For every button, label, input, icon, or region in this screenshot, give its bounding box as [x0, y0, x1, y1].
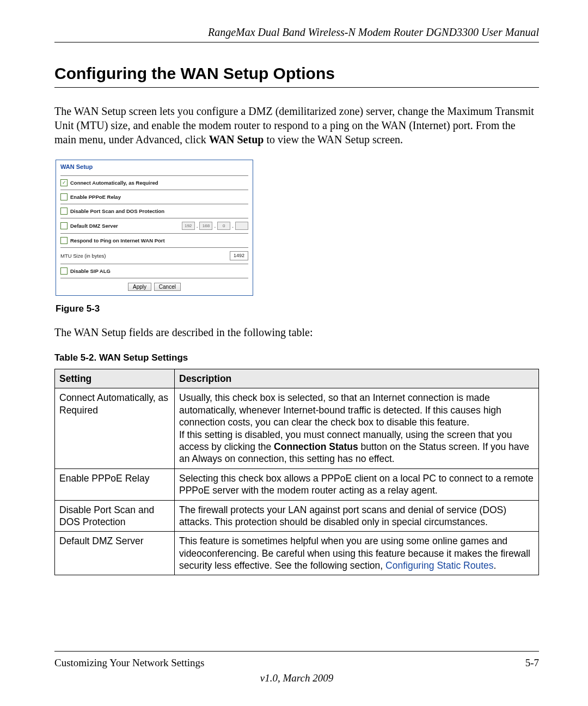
wan-setup-panel: WAN Setup ✓ Connect Automatically, as Re…: [56, 160, 253, 296]
row-respond-ping: Respond to Ping on Internet WAN Port: [60, 233, 248, 247]
row-sip-alg: Disable SIP ALG: [60, 264, 248, 278]
checkbox-pppoe-relay[interactable]: [60, 193, 68, 200]
footer-version: v1.0, March 2009: [54, 672, 539, 684]
dmz-ip-1[interactable]: 192: [182, 222, 195, 230]
row-pppoe-relay: Enable PPPoE Relay: [60, 190, 248, 204]
running-header: RangeMax Dual Band Wireless-N Modem Rout…: [54, 26, 539, 42]
page-footer: Customizing Your Network Settings 5-7 v1…: [54, 651, 539, 684]
dmz-ip-3[interactable]: 0: [217, 222, 230, 230]
apply-button[interactable]: Apply: [128, 283, 151, 291]
label-sip-alg: Disable SIP ALG: [70, 268, 111, 274]
cell-desc: This feature is sometimes helpful when y…: [175, 532, 539, 575]
cell-setting: Disable Port Scan and DOS Protection: [55, 500, 175, 532]
row-connect-auto: ✓ Connect Automatically, as Required: [60, 175, 248, 190]
table-row: Connect Automatically, as Required Usual…: [55, 388, 539, 468]
intro-paragraph: The WAN Setup screen lets you configure …: [54, 104, 539, 147]
cell-setting: Connect Automatically, as Required: [55, 388, 175, 468]
mtu-input[interactable]: 1492: [230, 251, 248, 260]
figure-caption: Figure 5-3: [56, 303, 539, 314]
table-header-row: Setting Description: [55, 369, 539, 388]
wan-settings-table: Setting Description Connect Automaticall…: [54, 369, 539, 575]
dmz-ip-inputs: 192. 168. 0.: [182, 222, 248, 230]
label-mtu: MTU Size (in bytes): [60, 253, 106, 259]
label-disable-portscan: Disable Port Scan and DOS Protection: [70, 208, 164, 214]
checkbox-sip-alg[interactable]: [60, 267, 68, 275]
cell-setting: Enable PPPoE Relay: [55, 468, 175, 500]
checkbox-disable-portscan[interactable]: [60, 208, 68, 215]
section-title: Configuring the WAN Setup Options: [54, 64, 539, 88]
table-row: Default DMZ Server This feature is somet…: [55, 532, 539, 575]
panel-button-row: Apply Cancel: [60, 278, 248, 291]
table-row: Enable PPPoE Relay Selecting this check …: [55, 468, 539, 500]
cancel-button[interactable]: Cancel: [154, 283, 181, 291]
checkbox-connect-auto[interactable]: ✓: [60, 179, 68, 186]
dmz-ip-4[interactable]: [235, 222, 248, 230]
table-caption: Table 5-2. WAN Setup Settings: [54, 352, 539, 363]
label-connect-auto: Connect Automatically, as Required: [70, 180, 158, 186]
row-disable-portscan: Disable Port Scan and DOS Protection: [60, 204, 248, 218]
checkbox-dmz[interactable]: [60, 222, 68, 229]
row-dmz: Default DMZ Server 192. 168. 0.: [60, 218, 248, 233]
cell-desc: The firewall protects your LAN against p…: [175, 500, 539, 532]
cell-setting: Default DMZ Server: [55, 532, 175, 575]
checkbox-respond-ping[interactable]: [60, 237, 68, 244]
cell-desc: Selecting this check box allows a PPPoE …: [175, 468, 539, 500]
dmz-ip-2[interactable]: 168: [199, 222, 212, 230]
label-respond-ping: Respond to Ping on Internet WAN Port: [70, 238, 165, 244]
intro-text-2: to view the WAN Setup screen.: [264, 133, 403, 145]
label-pppoe-relay: Enable PPPoE Relay: [70, 194, 121, 200]
intro-bold: WAN Setup: [209, 133, 264, 145]
footer-page-number: 5-7: [525, 657, 539, 669]
th-description: Description: [175, 369, 539, 388]
cell-desc: Usually, this check box is selected, so …: [175, 388, 539, 468]
label-dmz: Default DMZ Server: [70, 223, 118, 229]
row-mtu: MTU Size (in bytes) 1492: [60, 247, 248, 264]
wan-panel-title: WAN Setup: [60, 163, 248, 170]
link-configuring-static-routes[interactable]: Configuring Static Routes: [385, 560, 493, 571]
footer-left: Customizing Your Network Settings: [54, 657, 205, 669]
after-figure-text: The WAN Setup fields are described in th…: [54, 325, 539, 339]
table-row: Disable Port Scan and DOS Protection The…: [55, 500, 539, 532]
th-setting: Setting: [55, 369, 175, 388]
